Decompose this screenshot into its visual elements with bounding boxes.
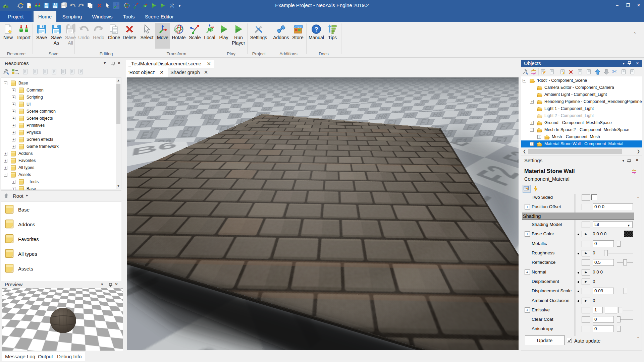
svg-text:?: ? bbox=[314, 26, 318, 33]
